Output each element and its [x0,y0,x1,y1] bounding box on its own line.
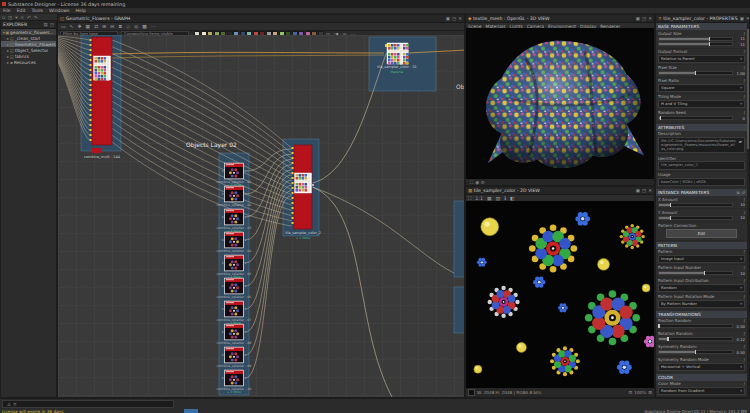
pin-icon[interactable]: ◳ [50,22,54,27]
output-dot[interactable] [245,193,247,195]
function-icon[interactable]: ƒ [744,210,745,215]
prop-slider[interactable]: 0.00 [658,324,745,329]
input-dot[interactable] [292,152,294,154]
input-dot[interactable] [292,222,294,224]
slider-track[interactable] [658,216,733,220]
prop-dropdown[interactable]: Square▾ [658,84,745,92]
input-dot[interactable] [292,212,294,214]
slider-track[interactable] [658,203,733,207]
input-dot[interactable] [292,202,294,204]
prop-dropdown[interactable]: Random▾ [658,284,745,292]
reset-icon[interactable]: ↺ [742,190,745,195]
function-icon[interactable]: ƒ [744,31,745,36]
prop-slider[interactable]: 11 [658,42,745,47]
input-dot[interactable] [90,114,92,116]
menu-help[interactable]: Help [75,8,85,13]
input-dot[interactable] [292,182,294,184]
pan-icon[interactable]: ✥ [78,24,82,29]
input-dot[interactable] [385,44,387,47]
function-icon[interactable]: ƒ [744,278,745,283]
input-dot[interactable] [222,262,224,264]
float-icon[interactable]: ◳ [452,16,456,21]
view2d-tab-bar[interactable]: ▦ tile_sampler_color - 2D VIEW ▣ ◳ ✕ [466,187,654,195]
prop-dropdown[interactable]: By Pattern Number▾ [658,300,745,308]
prop-slider[interactable]: 10 [658,215,745,220]
input-dot[interactable] [90,84,92,86]
view3d-viewport[interactable] [466,28,654,180]
slider-handle[interactable] [658,324,660,328]
zoom-in-icon[interactable]: ⊞ [648,390,652,395]
input-dot[interactable] [292,197,294,199]
slider-handle[interactable] [670,203,672,207]
redo-icon[interactable]: ↷ [34,15,38,20]
graph-tab-bar[interactable]: ◱ Geometric_Flowers - GRAPH ▣ ◳ ✕ [58,15,464,23]
slider-handle[interactable] [670,216,672,220]
output-dot[interactable] [245,331,247,333]
output-dot[interactable] [245,216,247,218]
input-dot[interactable] [90,124,92,126]
input-dot[interactable] [222,193,224,195]
section-header-attributes[interactable]: ATTRIBUTES [656,124,747,131]
slider-handle[interactable] [709,37,711,41]
node-body[interactable] [92,37,112,145]
copy-icon[interactable]: ⧉ [737,190,740,195]
slider-handle[interactable] [695,350,697,354]
view3d-tab-bar[interactable]: ◆ textile_mesh : OpenGL - 3D VIEW ▣ ◳ ✕ [466,15,654,23]
zoom-in-icon[interactable]: ⊞ [102,24,106,29]
slider-handle[interactable] [695,71,697,75]
function-icon[interactable]: ƒ [744,344,745,349]
input-dot[interactable] [292,192,294,194]
focus-icon[interactable]: ◎ [134,24,138,29]
save-icon[interactable]: ▾ [15,15,17,20]
close-icon[interactable]: ✕ [746,16,749,21]
pin-icon[interactable]: ▣ [636,188,640,193]
prop-dropdown[interactable]: H and V Tiling▾ [658,100,745,108]
function-icon[interactable]: ƒ [744,294,745,299]
input-dot[interactable] [90,44,92,46]
prop-slider[interactable]: 1.00 [658,71,745,76]
prop-dropdown[interactable]: Random from Gradient▾ [658,387,745,395]
more-icon[interactable]: ⋯ [151,24,156,29]
input-dot[interactable] [222,377,224,379]
slider-track[interactable] [658,116,733,120]
input-dot[interactable] [90,49,92,51]
close-icon[interactable]: ✕ [648,188,652,193]
layout-icon[interactable]: ≣ [118,24,122,29]
float-icon[interactable]: ◳ [642,16,646,21]
input-dot[interactable] [292,177,294,179]
refresh-icon[interactable]: ⟳ [481,180,485,185]
scrollbar-thumb[interactable] [747,29,749,149]
camera-icon[interactable]: ◉ [475,180,479,185]
prop-button[interactable]: Edit [666,229,737,238]
prop-textbox[interactable]: file:///C:/Users/anna/Documents/Substanc… [658,137,745,154]
output-dot[interactable] [312,184,314,186]
input-dot[interactable] [292,167,294,169]
menu-edit[interactable]: Edit [17,8,26,13]
function-icon[interactable]: ƒ [744,49,745,54]
input-dot[interactable] [90,134,92,136]
prop-dropdown[interactable]: Relative to Parent▾ [658,55,745,63]
close-icon[interactable]: ✕ [648,16,652,21]
output-dot[interactable] [245,308,247,310]
slider-handle[interactable] [660,116,662,120]
input-dot[interactable] [292,172,294,174]
close-icon[interactable]: ✕ [458,16,462,21]
prop-dropdown[interactable]: Horizontal + Vertical▾ [658,363,745,371]
zoom-out-icon[interactable]: ⊟ [110,24,114,29]
link-mode-icon[interactable]: ⇄ [94,24,98,29]
prop-slider[interactable]: 0.12 [658,337,745,342]
graph-frame[interactable] [454,287,464,333]
output-dot[interactable] [245,239,247,241]
section-header-pattern[interactable]: PATTERN [656,242,747,249]
function-icon[interactable]: ƒ [744,318,745,323]
input-dot[interactable] [90,39,92,41]
prop-textbox[interactable]: tile_sampler_color_2 [658,161,745,169]
node-graph-canvas[interactable]: combine_multi - 144tile_sampler_color_2+… [58,35,464,397]
section-header-base-parameters[interactable]: BASE PARAMETERS [656,23,747,30]
prop-slider[interactable]: 11 [658,36,745,41]
select-icon[interactable]: ▭ [61,24,66,29]
slider-track[interactable] [658,337,733,341]
section-header-color[interactable]: COLOR [656,374,747,381]
output-dot[interactable] [245,285,247,287]
input-dot[interactable] [90,59,92,61]
